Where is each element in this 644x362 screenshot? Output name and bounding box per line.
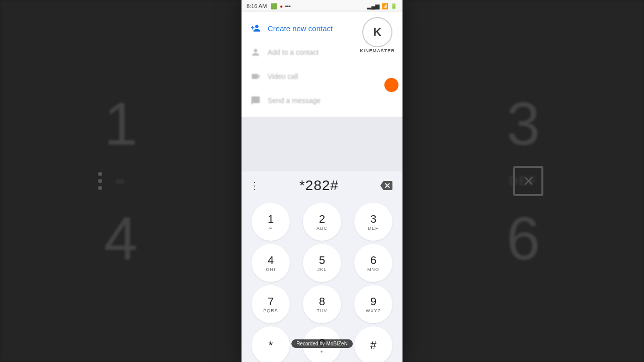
key-hash-num: # — [370, 339, 376, 352]
key-8-alpha: TUV — [317, 308, 328, 313]
key-7-alpha: PQRS — [263, 308, 278, 313]
dialer-display: ⋮ *282# — [242, 171, 403, 200]
create-contact-icon — [250, 22, 262, 34]
dialer-menu-btn[interactable]: ⋮ — [250, 179, 260, 192]
key-0-alpha: + — [320, 349, 324, 354]
section-divider — [242, 167, 403, 171]
bg-digit-1: 1 — [104, 94, 138, 154]
key-5-num: 5 — [319, 254, 325, 267]
signal-icon: ▂▄▆ — [367, 3, 379, 10]
key-star[interactable]: * — [252, 326, 290, 362]
bg-left: 1 ∞ 4 — [0, 0, 242, 362]
key-7-num: 7 — [268, 295, 274, 308]
bg-dot-2 — [98, 179, 102, 183]
bg-x-icon: ✕ — [513, 166, 543, 196]
key-2[interactable]: 2 ABC — [303, 203, 341, 241]
key-9-alpha: WXYZ — [366, 308, 381, 313]
status-left: 8:16 AM 🟩 ● ••• — [247, 3, 291, 10]
create-contact-label: Create new contact — [268, 24, 333, 33]
key-3[interactable]: 3 DEF — [354, 203, 392, 241]
status-bar: 8:16 AM 🟩 ● ••• ▂▄▆ 📶 🔋 — [242, 0, 403, 12]
key-1-num: 1 — [268, 213, 274, 226]
add-to-contact-label: Add to a contact — [268, 48, 318, 56]
video-call-icon — [250, 70, 262, 82]
watermark-area: K KINEMASTER — [357, 15, 397, 55]
key-5-alpha: JKL — [317, 267, 327, 272]
bg-digit-4: 4 — [104, 208, 138, 268]
key-3-num: 3 — [370, 213, 376, 226]
send-message-item[interactable]: Send a message — [242, 88, 403, 113]
key-7[interactable]: 7 PQRS — [252, 285, 290, 323]
battery-icon: 🔋 — [390, 3, 397, 10]
key-1[interactable]: 1 ∞ — [252, 203, 290, 241]
send-message-label: Send a message — [268, 97, 320, 105]
key-2-num: 2 — [319, 213, 325, 226]
status-time: 8:16 AM — [247, 3, 267, 9]
key-2-alpha: ABC — [316, 226, 328, 231]
key-3-alpha: DEF — [368, 226, 379, 231]
key-6-num: 6 — [370, 254, 376, 267]
phone-frame: 8:16 AM 🟩 ● ••• ▂▄▆ 📶 🔋 Create new c — [242, 0, 403, 362]
bg-dot-3 — [98, 186, 102, 190]
bg-dots — [98, 172, 102, 190]
wifi-icon: 📶 — [381, 3, 388, 10]
dialer-backspace-btn[interactable] — [378, 177, 394, 194]
key-star-num: * — [269, 339, 273, 352]
key-4[interactable]: 4 GHI — [252, 244, 290, 282]
key-6[interactable]: 6 MNO — [354, 244, 392, 282]
send-message-icon — [250, 95, 262, 107]
key-4-num: 4 — [268, 254, 274, 267]
screen-wrapper: 1 ∞ 4 3 DEF 6 ✕ 8:16 AM 🟩 ● ••• ▂▄▆ 📶 � — [0, 0, 644, 362]
add-contact-icon — [250, 46, 262, 58]
status-icons: 🟩 — [271, 3, 278, 10]
watermark-letter: K — [373, 26, 381, 39]
keypad: 1 ∞ 2 ABC 3 DEF 4 GHI 5 JKL 6 MNO — [242, 200, 403, 362]
dialer-number: *282# — [260, 177, 378, 194]
key-4-alpha: GHI — [266, 267, 275, 272]
status-dots: ••• — [285, 3, 291, 9]
key-9[interactable]: 9 WXYZ — [354, 285, 392, 323]
video-call-item[interactable]: Video call — [242, 64, 403, 88]
key-5[interactable]: 5 JKL — [303, 244, 341, 282]
orange-badge — [384, 78, 398, 92]
watermark-circle: K — [362, 17, 392, 47]
watermark-brand: KINEMASTER — [360, 48, 395, 53]
bg-dot-1 — [98, 172, 102, 176]
bg-digit-3: 3 — [507, 94, 540, 154]
bg-digit-6: 6 — [507, 208, 540, 268]
bg-sub-left: ∞ — [116, 174, 126, 188]
key-6-alpha: MNO — [367, 267, 379, 272]
recorded-badge: Recorded by MoBIZeN — [291, 339, 353, 348]
status-red-dot: ● — [280, 4, 283, 9]
key-9-num: 9 — [370, 295, 376, 308]
key-8-num: 8 — [319, 295, 325, 308]
key-hash[interactable]: # — [354, 326, 392, 362]
video-call-label: Video call — [268, 72, 298, 80]
empty-area — [242, 117, 403, 167]
key-8[interactable]: 8 TUV — [303, 285, 341, 323]
status-right: ▂▄▆ 📶 🔋 — [367, 3, 397, 10]
key-1-alpha: ∞ — [269, 226, 272, 231]
